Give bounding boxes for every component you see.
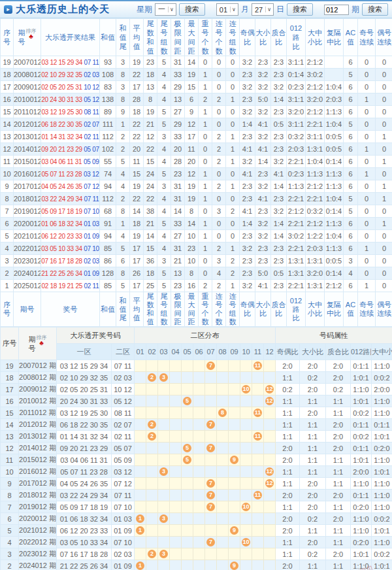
stat-cell: 0 [376,81,392,93]
zone1-numbers-cell: 02 10 29 32 35 [57,372,112,384]
front-zone-numbers: 21 22 25 26 34 [41,270,82,277]
distribution-cell [182,537,193,548]
distribution-cell: 9 [229,454,240,466]
distribution-cell [205,407,217,419]
distribution-cell [135,501,146,513]
column-header-label: 连号 组数 [226,19,239,56]
column-header: 尾号 组数 [157,292,171,327]
stat-cell: 94 [100,180,116,193]
stat-cell: 11 [185,143,199,156]
stat-cell: 5 [157,280,171,292]
result-cell: 02 18 19 21 25 02 11 [41,280,100,292]
distribution-cell [135,360,146,372]
stat-cell: 0 [358,69,376,81]
lottery-ball: 10 [242,503,250,511]
table-row: 112015012 期03 04 06 11 3105 09592:01:11:… [1,454,392,466]
column-header-label: 奇号 连续 [359,301,374,318]
seq-cell: 4 [1,537,19,548]
attr-header: 大小比 [300,344,326,360]
stat-cell: 0 [376,143,392,156]
distribution-cell [193,454,205,466]
stat-cell: 19 [185,193,199,205]
stat-cell: 1:2:2 [306,230,325,243]
stat-cell: 31 [171,193,185,205]
seq-cell: 12 [1,143,14,156]
stat-cell [325,69,344,81]
issue-search-button[interactable]: 搜索 [362,3,388,16]
month-select[interactable]: 01∨ [216,3,238,16]
stat-cell: 8 [116,267,130,280]
date-search-button[interactable]: 搜索 [287,3,313,16]
column-header-label: 期号 [20,305,35,314]
attr-cell: 1:1:0 [351,384,372,395]
column-header-label: 复隔 中比 [327,28,341,46]
distribution-cell: 7 [205,478,217,490]
back-zone-numbers: 02 11 [84,282,99,290]
column-header-label: 大中 小比 [308,28,322,46]
stat-cell [325,56,344,69]
distribution-cell [217,466,229,478]
stat-cell: 22 [130,131,144,143]
stat-cell: 5 [116,280,130,292]
week-select[interactable]: 一∨ [155,3,176,16]
stat-cell: 3 [344,255,358,267]
lottery-ball: 5 [183,444,191,452]
sort-icon: ♣ [39,341,44,346]
table-row: 2202401221 22 25 26 34 01 09128826185138… [1,267,392,280]
distribution-cell: 2 [146,548,158,560]
table-row: 17200901202 05 20 25 31 10 1283317134291… [1,81,392,93]
stat-cell: 0 [226,193,240,205]
issue-input[interactable] [324,5,349,15]
stat-cell: 6 [344,93,358,106]
column-header-label: 偶号 连续 [377,301,391,318]
distribution-cell [146,384,158,395]
stat-cell: 2:3 [255,56,271,69]
distribution-cell [158,525,170,537]
distribution-cell [182,513,193,525]
stat-cell: 2 [116,143,130,156]
distribution-cell [182,360,193,372]
sort-control[interactable]: 排序♣ [26,29,37,39]
stat-cell: 1:3:1 [287,255,306,267]
stat-cell: 1:0:4 [325,230,344,243]
stat-cell: 0 [358,205,376,218]
distribution-cell [217,537,229,548]
stat-cell: 19 [185,180,199,193]
zone1-numbers-cell: 07 16 17 18 28 [57,548,112,560]
lottery-ball: 2 [148,420,156,429]
result-cell: 04 05 24 26 35 07 12 [41,180,100,193]
stat-cell: 1 [199,180,212,193]
result-cell: 03 05 10 33 34 07 10 [41,243,100,255]
attr-cell: 0:2:0 [351,537,372,548]
day-select[interactable]: 27∨ [252,3,274,16]
stat-cell: 22 [130,193,144,205]
result-cell: 05 09 17 18 19 07 10 [41,205,100,218]
stat-cell: 0 [376,255,392,267]
attr-cell: 2:0 [326,443,351,454]
distribution-cell [229,537,240,548]
stat-cell: 2 [212,93,226,106]
stat-cell: 0:3:2 [287,131,306,143]
period-cell: 2009012 期 [19,384,57,395]
zone2-numbers-cell: 07 11 [112,490,135,501]
column-header: 极限 间距 [171,19,185,56]
distribution-cell [217,501,229,513]
stat-cell: 6 [344,168,358,180]
distribution-cell [135,490,146,501]
week-search-button[interactable]: 搜索 [179,3,205,16]
distribution-cell [264,490,276,501]
column-header-label: 大小 比 [256,301,270,318]
distribution-cell: 10 [240,501,252,513]
seq-cell: 17 [1,384,19,395]
sort-control[interactable]: 排序♣ [37,335,47,346]
distribution-cell [182,407,193,419]
distribution-cell: 3 [158,513,170,525]
distribution-cell: 11 [252,490,264,501]
stat-cell: 3:1:1 [306,131,325,143]
distribution-cell: 9 [229,525,240,537]
distribution-cell [205,513,217,525]
lottery-ball: 7 [206,538,215,546]
attr-cell: 0:2 [300,513,326,525]
lottery-ball: 3 [159,550,168,558]
stat-cell: 6 [344,243,358,255]
